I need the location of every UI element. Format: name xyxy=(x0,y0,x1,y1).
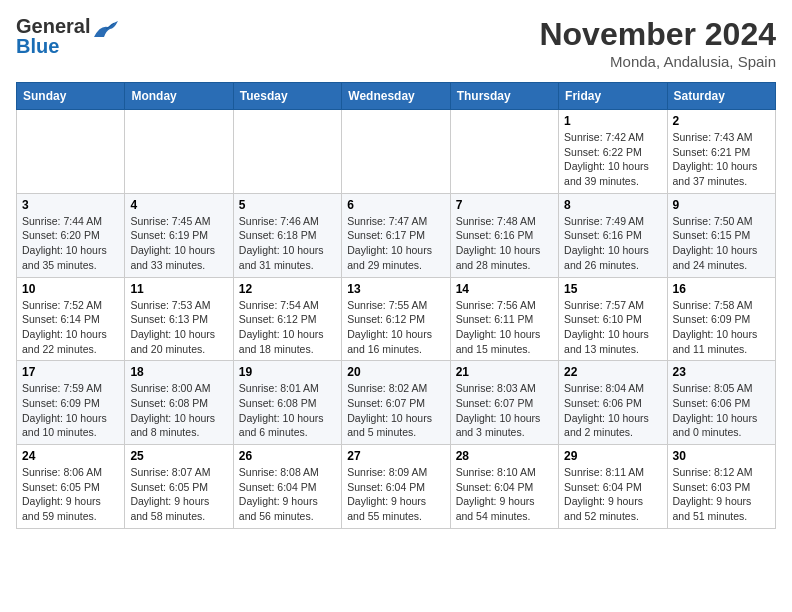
calendar-header-thursday: Thursday xyxy=(450,83,558,110)
calendar-cell: 3Sunrise: 7:44 AM Sunset: 6:20 PM Daylig… xyxy=(17,193,125,277)
day-info: Sunrise: 7:53 AM Sunset: 6:13 PM Dayligh… xyxy=(130,298,227,357)
day-info: Sunrise: 7:59 AM Sunset: 6:09 PM Dayligh… xyxy=(22,381,119,440)
day-number: 27 xyxy=(347,449,444,463)
calendar-cell: 19Sunrise: 8:01 AM Sunset: 6:08 PM Dayli… xyxy=(233,361,341,445)
day-info: Sunrise: 8:05 AM Sunset: 6:06 PM Dayligh… xyxy=(673,381,770,440)
calendar-cell: 25Sunrise: 8:07 AM Sunset: 6:05 PM Dayli… xyxy=(125,445,233,529)
calendar-week-row: 24Sunrise: 8:06 AM Sunset: 6:05 PM Dayli… xyxy=(17,445,776,529)
day-number: 23 xyxy=(673,365,770,379)
day-number: 7 xyxy=(456,198,553,212)
day-info: Sunrise: 8:09 AM Sunset: 6:04 PM Dayligh… xyxy=(347,465,444,524)
calendar-header-monday: Monday xyxy=(125,83,233,110)
day-number: 18 xyxy=(130,365,227,379)
calendar-cell: 2Sunrise: 7:43 AM Sunset: 6:21 PM Daylig… xyxy=(667,110,775,194)
calendar-header-wednesday: Wednesday xyxy=(342,83,450,110)
calendar-cell: 21Sunrise: 8:03 AM Sunset: 6:07 PM Dayli… xyxy=(450,361,558,445)
day-number: 9 xyxy=(673,198,770,212)
day-info: Sunrise: 8:02 AM Sunset: 6:07 PM Dayligh… xyxy=(347,381,444,440)
calendar-cell xyxy=(17,110,125,194)
day-info: Sunrise: 8:04 AM Sunset: 6:06 PM Dayligh… xyxy=(564,381,661,440)
day-number: 17 xyxy=(22,365,119,379)
calendar-header-saturday: Saturday xyxy=(667,83,775,110)
calendar-cell: 8Sunrise: 7:49 AM Sunset: 6:16 PM Daylig… xyxy=(559,193,667,277)
day-number: 15 xyxy=(564,282,661,296)
logo-bird-icon xyxy=(92,19,120,45)
logo: General Blue xyxy=(16,16,120,56)
calendar-cell: 14Sunrise: 7:56 AM Sunset: 6:11 PM Dayli… xyxy=(450,277,558,361)
logo-general: General xyxy=(16,16,90,36)
day-number: 22 xyxy=(564,365,661,379)
day-number: 20 xyxy=(347,365,444,379)
calendar-week-row: 1Sunrise: 7:42 AM Sunset: 6:22 PM Daylig… xyxy=(17,110,776,194)
day-number: 12 xyxy=(239,282,336,296)
calendar-cell xyxy=(125,110,233,194)
calendar-cell: 4Sunrise: 7:45 AM Sunset: 6:19 PM Daylig… xyxy=(125,193,233,277)
day-number: 11 xyxy=(130,282,227,296)
calendar-cell: 7Sunrise: 7:48 AM Sunset: 6:16 PM Daylig… xyxy=(450,193,558,277)
calendar-week-row: 10Sunrise: 7:52 AM Sunset: 6:14 PM Dayli… xyxy=(17,277,776,361)
day-info: Sunrise: 8:00 AM Sunset: 6:08 PM Dayligh… xyxy=(130,381,227,440)
day-info: Sunrise: 8:10 AM Sunset: 6:04 PM Dayligh… xyxy=(456,465,553,524)
day-info: Sunrise: 8:12 AM Sunset: 6:03 PM Dayligh… xyxy=(673,465,770,524)
calendar-header-sunday: Sunday xyxy=(17,83,125,110)
day-info: Sunrise: 7:57 AM Sunset: 6:10 PM Dayligh… xyxy=(564,298,661,357)
day-info: Sunrise: 7:42 AM Sunset: 6:22 PM Dayligh… xyxy=(564,130,661,189)
calendar-cell: 20Sunrise: 8:02 AM Sunset: 6:07 PM Dayli… xyxy=(342,361,450,445)
day-number: 16 xyxy=(673,282,770,296)
day-number: 30 xyxy=(673,449,770,463)
day-number: 24 xyxy=(22,449,119,463)
day-number: 13 xyxy=(347,282,444,296)
day-info: Sunrise: 7:43 AM Sunset: 6:21 PM Dayligh… xyxy=(673,130,770,189)
title-block: November 2024 Monda, Andalusia, Spain xyxy=(539,16,776,70)
day-info: Sunrise: 7:46 AM Sunset: 6:18 PM Dayligh… xyxy=(239,214,336,273)
day-info: Sunrise: 7:52 AM Sunset: 6:14 PM Dayligh… xyxy=(22,298,119,357)
calendar-cell: 30Sunrise: 8:12 AM Sunset: 6:03 PM Dayli… xyxy=(667,445,775,529)
calendar-week-row: 3Sunrise: 7:44 AM Sunset: 6:20 PM Daylig… xyxy=(17,193,776,277)
location: Monda, Andalusia, Spain xyxy=(539,53,776,70)
day-info: Sunrise: 8:03 AM Sunset: 6:07 PM Dayligh… xyxy=(456,381,553,440)
day-info: Sunrise: 7:54 AM Sunset: 6:12 PM Dayligh… xyxy=(239,298,336,357)
day-number: 5 xyxy=(239,198,336,212)
calendar-cell: 24Sunrise: 8:06 AM Sunset: 6:05 PM Dayli… xyxy=(17,445,125,529)
day-info: Sunrise: 7:50 AM Sunset: 6:15 PM Dayligh… xyxy=(673,214,770,273)
day-number: 4 xyxy=(130,198,227,212)
day-info: Sunrise: 7:58 AM Sunset: 6:09 PM Dayligh… xyxy=(673,298,770,357)
calendar-cell: 27Sunrise: 8:09 AM Sunset: 6:04 PM Dayli… xyxy=(342,445,450,529)
calendar-table: SundayMondayTuesdayWednesdayThursdayFrid… xyxy=(16,82,776,529)
day-info: Sunrise: 7:47 AM Sunset: 6:17 PM Dayligh… xyxy=(347,214,444,273)
day-number: 19 xyxy=(239,365,336,379)
day-info: Sunrise: 8:06 AM Sunset: 6:05 PM Dayligh… xyxy=(22,465,119,524)
calendar-cell xyxy=(342,110,450,194)
calendar-header-tuesday: Tuesday xyxy=(233,83,341,110)
day-number: 21 xyxy=(456,365,553,379)
calendar-cell: 16Sunrise: 7:58 AM Sunset: 6:09 PM Dayli… xyxy=(667,277,775,361)
day-number: 8 xyxy=(564,198,661,212)
calendar-cell: 13Sunrise: 7:55 AM Sunset: 6:12 PM Dayli… xyxy=(342,277,450,361)
day-info: Sunrise: 7:49 AM Sunset: 6:16 PM Dayligh… xyxy=(564,214,661,273)
calendar-cell: 29Sunrise: 8:11 AM Sunset: 6:04 PM Dayli… xyxy=(559,445,667,529)
day-info: Sunrise: 7:56 AM Sunset: 6:11 PM Dayligh… xyxy=(456,298,553,357)
day-info: Sunrise: 7:55 AM Sunset: 6:12 PM Dayligh… xyxy=(347,298,444,357)
day-number: 6 xyxy=(347,198,444,212)
day-info: Sunrise: 7:45 AM Sunset: 6:19 PM Dayligh… xyxy=(130,214,227,273)
calendar-cell: 28Sunrise: 8:10 AM Sunset: 6:04 PM Dayli… xyxy=(450,445,558,529)
calendar-cell xyxy=(450,110,558,194)
day-info: Sunrise: 8:11 AM Sunset: 6:04 PM Dayligh… xyxy=(564,465,661,524)
calendar-cell: 15Sunrise: 7:57 AM Sunset: 6:10 PM Dayli… xyxy=(559,277,667,361)
day-info: Sunrise: 7:44 AM Sunset: 6:20 PM Dayligh… xyxy=(22,214,119,273)
calendar-cell: 18Sunrise: 8:00 AM Sunset: 6:08 PM Dayli… xyxy=(125,361,233,445)
page-header: General Blue November 2024 Monda, Andalu… xyxy=(16,16,776,70)
day-number: 1 xyxy=(564,114,661,128)
day-info: Sunrise: 8:01 AM Sunset: 6:08 PM Dayligh… xyxy=(239,381,336,440)
day-info: Sunrise: 8:08 AM Sunset: 6:04 PM Dayligh… xyxy=(239,465,336,524)
day-info: Sunrise: 7:48 AM Sunset: 6:16 PM Dayligh… xyxy=(456,214,553,273)
month-title: November 2024 xyxy=(539,16,776,53)
calendar-cell: 17Sunrise: 7:59 AM Sunset: 6:09 PM Dayli… xyxy=(17,361,125,445)
day-number: 26 xyxy=(239,449,336,463)
calendar-cell: 5Sunrise: 7:46 AM Sunset: 6:18 PM Daylig… xyxy=(233,193,341,277)
logo-blue: Blue xyxy=(16,36,90,56)
calendar-cell: 22Sunrise: 8:04 AM Sunset: 6:06 PM Dayli… xyxy=(559,361,667,445)
calendar-header-friday: Friday xyxy=(559,83,667,110)
calendar-cell: 12Sunrise: 7:54 AM Sunset: 6:12 PM Dayli… xyxy=(233,277,341,361)
calendar-week-row: 17Sunrise: 7:59 AM Sunset: 6:09 PM Dayli… xyxy=(17,361,776,445)
